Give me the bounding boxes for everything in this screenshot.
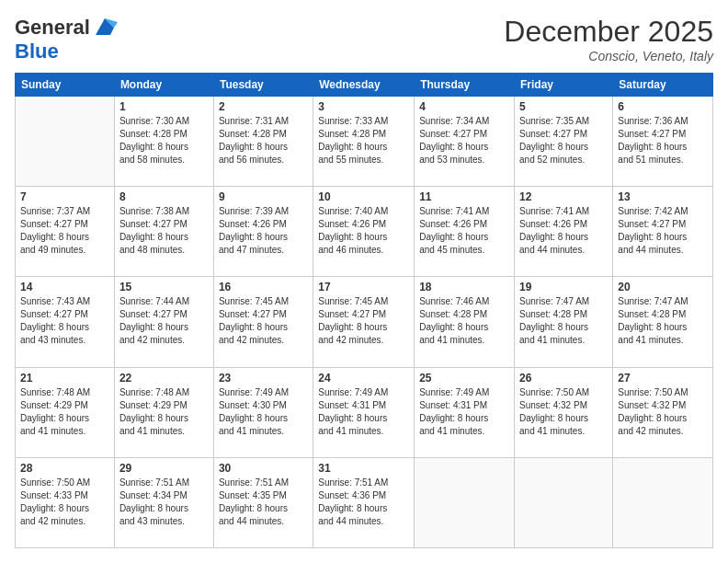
day-number: 21 <box>20 372 109 385</box>
calendar-cell: 26Sunrise: 7:50 AMSunset: 4:32 PMDayligh… <box>515 367 613 457</box>
day-info: Sunrise: 7:38 AMSunset: 4:27 PMDaylight:… <box>119 205 209 257</box>
day-number: 10 <box>318 190 409 203</box>
day-number: 31 <box>318 462 409 475</box>
day-number: 9 <box>219 190 308 203</box>
day-number: 7 <box>20 190 109 203</box>
logo-blue: Blue <box>15 40 59 63</box>
day-info: Sunrise: 7:30 AMSunset: 4:28 PMDaylight:… <box>119 115 209 167</box>
calendar-cell <box>515 457 613 547</box>
weekday-header: Wednesday <box>313 74 415 97</box>
day-number: 12 <box>519 190 608 203</box>
day-info: Sunrise: 7:36 AMSunset: 4:27 PMDaylight:… <box>618 115 708 167</box>
weekday-header: Thursday <box>415 74 515 97</box>
weekday-header: Monday <box>114 74 213 97</box>
calendar-cell: 7Sunrise: 7:37 AMSunset: 4:27 PMDaylight… <box>16 187 115 277</box>
calendar-cell: 24Sunrise: 7:49 AMSunset: 4:31 PMDayligh… <box>313 367 415 457</box>
day-info: Sunrise: 7:45 AMSunset: 4:27 PMDaylight:… <box>219 295 308 347</box>
calendar-cell: 11Sunrise: 7:41 AMSunset: 4:26 PMDayligh… <box>415 187 515 277</box>
logo-icon <box>92 15 118 40</box>
day-info: Sunrise: 7:37 AMSunset: 4:27 PMDaylight:… <box>20 205 109 257</box>
calendar-cell: 25Sunrise: 7:49 AMSunset: 4:31 PMDayligh… <box>415 367 515 457</box>
day-info: Sunrise: 7:43 AMSunset: 4:27 PMDaylight:… <box>20 295 109 347</box>
day-info: Sunrise: 7:45 AMSunset: 4:27 PMDaylight:… <box>318 295 409 347</box>
title-block: December 2025 Conscio, Veneto, Italy <box>504 15 713 63</box>
month-title: December 2025 <box>504 15 713 49</box>
day-number: 15 <box>119 281 209 293</box>
calendar-cell: 20Sunrise: 7:47 AMSunset: 4:28 PMDayligh… <box>613 277 713 367</box>
calendar-cell: 31Sunrise: 7:51 AMSunset: 4:36 PMDayligh… <box>313 457 415 547</box>
weekday-header: Friday <box>515 74 613 97</box>
calendar-cell: 6Sunrise: 7:36 AMSunset: 4:27 PMDaylight… <box>613 97 713 187</box>
calendar-cell <box>415 457 515 547</box>
calendar-cell: 27Sunrise: 7:50 AMSunset: 4:32 PMDayligh… <box>613 367 713 457</box>
day-number: 14 <box>20 281 109 293</box>
day-number: 3 <box>318 100 409 113</box>
calendar-cell: 21Sunrise: 7:48 AMSunset: 4:29 PMDayligh… <box>16 367 115 457</box>
day-info: Sunrise: 7:40 AMSunset: 4:26 PMDaylight:… <box>318 205 409 257</box>
day-number: 22 <box>119 372 209 385</box>
day-info: Sunrise: 7:33 AMSunset: 4:28 PMDaylight:… <box>318 115 409 167</box>
day-info: Sunrise: 7:48 AMSunset: 4:29 PMDaylight:… <box>20 386 109 438</box>
day-info: Sunrise: 7:39 AMSunset: 4:26 PMDaylight:… <box>219 205 308 257</box>
day-info: Sunrise: 7:46 AMSunset: 4:28 PMDaylight:… <box>419 295 509 347</box>
calendar-cell: 23Sunrise: 7:49 AMSunset: 4:30 PMDayligh… <box>213 367 313 457</box>
calendar-cell: 5Sunrise: 7:35 AMSunset: 4:27 PMDaylight… <box>515 97 613 187</box>
day-info: Sunrise: 7:50 AMSunset: 4:33 PMDaylight:… <box>20 477 109 528</box>
day-number: 13 <box>618 190 708 203</box>
day-info: Sunrise: 7:44 AMSunset: 4:27 PMDaylight:… <box>119 295 209 347</box>
weekday-header: Saturday <box>613 74 713 97</box>
day-info: Sunrise: 7:51 AMSunset: 4:36 PMDaylight:… <box>318 477 409 528</box>
day-info: Sunrise: 7:47 AMSunset: 4:28 PMDaylight:… <box>519 295 608 347</box>
calendar-cell: 17Sunrise: 7:45 AMSunset: 4:27 PMDayligh… <box>313 277 415 367</box>
day-info: Sunrise: 7:47 AMSunset: 4:28 PMDaylight:… <box>618 295 708 347</box>
header: General Blue December 2025 Conscio, Vene… <box>15 15 713 63</box>
calendar-cell: 14Sunrise: 7:43 AMSunset: 4:27 PMDayligh… <box>16 277 115 367</box>
day-info: Sunrise: 7:35 AMSunset: 4:27 PMDaylight:… <box>519 115 608 167</box>
day-number: 24 <box>318 372 409 385</box>
day-info: Sunrise: 7:42 AMSunset: 4:27 PMDaylight:… <box>618 205 708 257</box>
calendar-cell: 28Sunrise: 7:50 AMSunset: 4:33 PMDayligh… <box>16 457 115 547</box>
logo: General Blue <box>15 15 118 63</box>
day-info: Sunrise: 7:49 AMSunset: 4:30 PMDaylight:… <box>219 386 308 438</box>
calendar-cell: 9Sunrise: 7:39 AMSunset: 4:26 PMDaylight… <box>213 187 313 277</box>
day-number: 2 <box>219 100 308 113</box>
location: Conscio, Veneto, Italy <box>504 49 713 63</box>
weekday-header: Tuesday <box>213 74 313 97</box>
day-number: 4 <box>419 100 509 113</box>
day-number: 18 <box>419 281 509 293</box>
day-number: 27 <box>618 372 708 385</box>
day-info: Sunrise: 7:50 AMSunset: 4:32 PMDaylight:… <box>519 386 608 438</box>
page: General Blue December 2025 Conscio, Vene… <box>0 0 728 563</box>
calendar-cell <box>16 97 115 187</box>
day-number: 30 <box>219 462 308 475</box>
logo-general: General <box>15 17 90 39</box>
weekday-header: Sunday <box>16 74 115 97</box>
day-number: 25 <box>419 372 509 385</box>
day-number: 16 <box>219 281 308 293</box>
day-number: 11 <box>419 190 509 203</box>
day-number: 8 <box>119 190 209 203</box>
calendar-cell: 3Sunrise: 7:33 AMSunset: 4:28 PMDaylight… <box>313 97 415 187</box>
day-number: 28 <box>20 462 109 475</box>
calendar-cell <box>613 457 713 547</box>
day-number: 20 <box>618 281 708 293</box>
calendar-cell: 1Sunrise: 7:30 AMSunset: 4:28 PMDaylight… <box>114 97 213 187</box>
day-number: 1 <box>119 100 209 113</box>
day-info: Sunrise: 7:31 AMSunset: 4:28 PMDaylight:… <box>219 115 308 167</box>
day-info: Sunrise: 7:49 AMSunset: 4:31 PMDaylight:… <box>318 386 409 438</box>
calendar-cell: 10Sunrise: 7:40 AMSunset: 4:26 PMDayligh… <box>313 187 415 277</box>
calendar-cell: 15Sunrise: 7:44 AMSunset: 4:27 PMDayligh… <box>114 277 213 367</box>
day-number: 29 <box>119 462 209 475</box>
calendar-cell: 29Sunrise: 7:51 AMSunset: 4:34 PMDayligh… <box>114 457 213 547</box>
day-info: Sunrise: 7:51 AMSunset: 4:34 PMDaylight:… <box>119 477 209 528</box>
calendar-cell: 13Sunrise: 7:42 AMSunset: 4:27 PMDayligh… <box>613 187 713 277</box>
day-number: 6 <box>618 100 708 113</box>
calendar-cell: 22Sunrise: 7:48 AMSunset: 4:29 PMDayligh… <box>114 367 213 457</box>
day-info: Sunrise: 7:41 AMSunset: 4:26 PMDaylight:… <box>519 205 608 257</box>
calendar-cell: 8Sunrise: 7:38 AMSunset: 4:27 PMDaylight… <box>114 187 213 277</box>
calendar: SundayMondayTuesdayWednesdayThursdayFrid… <box>15 73 713 548</box>
day-number: 17 <box>318 281 409 293</box>
calendar-cell: 18Sunrise: 7:46 AMSunset: 4:28 PMDayligh… <box>415 277 515 367</box>
calendar-cell: 19Sunrise: 7:47 AMSunset: 4:28 PMDayligh… <box>515 277 613 367</box>
calendar-cell: 12Sunrise: 7:41 AMSunset: 4:26 PMDayligh… <box>515 187 613 277</box>
